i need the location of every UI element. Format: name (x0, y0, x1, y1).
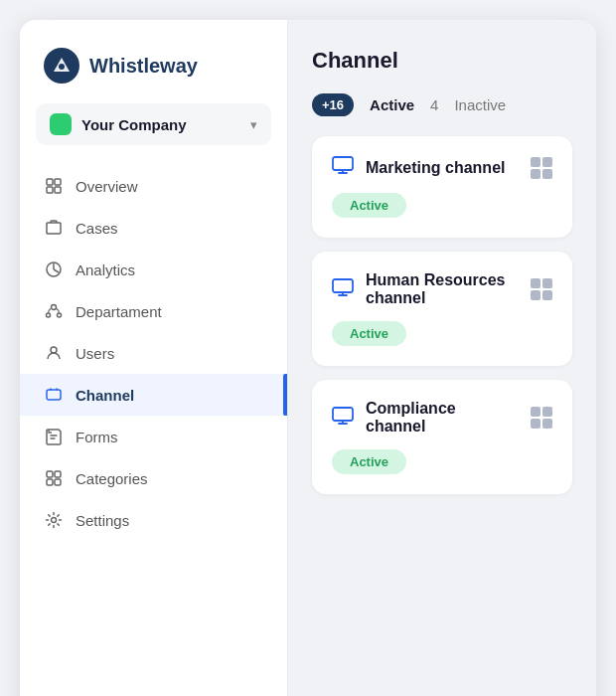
svg-rect-11 (47, 390, 61, 400)
sidebar-item-overview-label: Overview (76, 178, 138, 195)
card-header-hr: Human Resources channel (332, 271, 552, 307)
svg-rect-13 (55, 471, 61, 477)
tab-active[interactable]: Active (370, 96, 414, 113)
sidebar-item-analytics-label: Analytics (76, 261, 135, 278)
sidebar-item-users[interactable]: Users (20, 332, 287, 374)
status-badge-compliance: Active (332, 449, 406, 474)
tab-inactive[interactable]: Inactive (454, 96, 506, 113)
app-container: Whistleway Your Company ▾ Overview (20, 20, 596, 696)
forms-icon (44, 427, 64, 446)
sidebar: Whistleway Your Company ▾ Overview (20, 20, 288, 696)
sidebar-item-categories-label: Categories (76, 470, 148, 487)
svg-point-8 (47, 313, 51, 317)
svg-rect-15 (55, 479, 61, 485)
channel-card-marketing: Marketing channel Active (312, 136, 572, 238)
sidebar-item-forms-label: Forms (76, 429, 118, 445)
active-count-badge[interactable]: +16 (312, 93, 354, 116)
svg-rect-2 (47, 179, 53, 185)
card-footer-compliance: Active (332, 449, 552, 474)
channel-card-hr: Human Resources channel Active (312, 252, 572, 366)
qr-icon-compliance[interactable] (531, 407, 552, 429)
channel-title-marketing: Marketing channel (366, 159, 519, 177)
sidebar-item-overview[interactable]: Overview (20, 165, 287, 207)
card-footer-marketing: Active (332, 193, 552, 218)
svg-rect-4 (47, 187, 53, 193)
sidebar-item-categories[interactable]: Categories (20, 457, 287, 499)
sidebar-item-channel-label: Channel (76, 387, 134, 404)
svg-rect-18 (333, 279, 353, 292)
departament-icon (44, 301, 64, 321)
svg-rect-12 (47, 471, 53, 477)
status-badge-marketing: Active (332, 193, 406, 218)
sidebar-item-analytics[interactable]: Analytics (20, 249, 287, 290)
company-dot (50, 113, 72, 135)
status-badge-hr: Active (332, 321, 406, 346)
channel-title-hr: Human Resources channel (366, 271, 519, 307)
sidebar-item-channel[interactable]: Channel (20, 374, 287, 416)
settings-icon (44, 510, 64, 530)
svg-point-16 (52, 518, 57, 523)
sidebar-item-settings[interactable]: Settings (20, 499, 287, 541)
sidebar-item-forms[interactable]: Forms (20, 416, 287, 457)
sidebar-item-settings-label: Settings (76, 512, 129, 529)
nav-list: Overview Cases (20, 161, 287, 696)
channel-card-compliance: Compliance channel Active (312, 380, 572, 494)
qr-icon-marketing[interactable] (531, 157, 552, 179)
company-name: Your Company (81, 116, 240, 133)
svg-rect-17 (333, 157, 353, 170)
chevron-down-icon: ▾ (250, 117, 257, 132)
svg-point-9 (58, 313, 62, 317)
inactive-count[interactable]: 4 (430, 96, 438, 113)
qr-icon-hr[interactable] (531, 278, 552, 300)
channel-title-compliance: Compliance channel (366, 400, 519, 435)
card-header-marketing: Marketing channel (332, 156, 552, 179)
sidebar-item-departament-label: Departament (76, 303, 162, 320)
users-icon (44, 343, 64, 363)
company-selector[interactable]: Your Company ▾ (36, 103, 271, 145)
analytics-icon (44, 260, 64, 279)
channel-tabs: +16 Active 4 Inactive (312, 93, 572, 116)
sidebar-logo: Whistleway (20, 20, 287, 103)
svg-point-1 (59, 64, 65, 70)
app-name: Whistleway (89, 55, 198, 78)
logo-icon (44, 48, 79, 84)
sidebar-item-users-label: Users (76, 345, 114, 362)
svg-rect-14 (47, 479, 53, 485)
card-header-compliance: Compliance channel (332, 400, 552, 435)
monitor-icon-marketing (332, 156, 354, 179)
page-title: Channel (312, 48, 572, 74)
sidebar-item-cases-label: Cases (76, 220, 118, 237)
monitor-icon-hr (332, 278, 354, 301)
svg-point-7 (52, 305, 57, 310)
cases-icon (44, 218, 64, 238)
card-footer-hr: Active (332, 321, 552, 346)
main-content: Channel +16 Active 4 Inactive Marketing … (288, 20, 596, 696)
svg-rect-3 (55, 179, 61, 185)
channel-icon (44, 385, 64, 405)
svg-rect-5 (55, 187, 61, 193)
svg-point-10 (51, 347, 57, 353)
categories-icon (44, 468, 64, 488)
sidebar-item-cases[interactable]: Cases (20, 207, 287, 249)
overview-icon (44, 176, 64, 196)
monitor-icon-compliance (332, 407, 354, 430)
svg-rect-19 (333, 408, 353, 421)
sidebar-item-departament[interactable]: Departament (20, 290, 287, 332)
channel-cards: Marketing channel Active (312, 136, 572, 494)
